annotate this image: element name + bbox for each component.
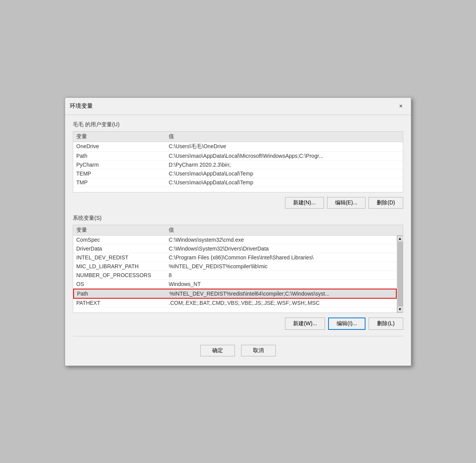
sys-row-var: ComSpec [76, 237, 169, 243]
user-row-path[interactable]: Path C:\Users\mao\AppData\Local\Microsof… [73, 152, 403, 160]
ok-button[interactable]: 确定 [200, 345, 235, 356]
sys-row-var: PATHEXT [76, 300, 169, 306]
user-row-val: C:\Users\mao\AppData\Local\Temp [169, 170, 400, 177]
sys-row-var: NUMBER_OF_PROCESSORS [76, 272, 169, 278]
user-edit-button[interactable]: 编辑(E)... [327, 197, 365, 209]
user-variables-table: 变量 值 OneDrive C:\Users\毛毛\OneDrive Path … [73, 131, 403, 192]
environment-variables-dialog: 环境变量 × 毛毛 的用户变量(U) 变量 值 OneDrive C:\User… [65, 97, 411, 366]
sys-row-val: %INTEL_DEV_REDIST%redist\intel64\compile… [169, 291, 393, 297]
user-row-var: Path [76, 153, 169, 159]
user-buttons-row: 新建(N)... 编辑(E)... 删除(D) [73, 197, 403, 209]
sys-delete-button[interactable]: 删除(L) [369, 318, 403, 330]
user-row-var: OneDrive [76, 143, 169, 150]
user-row-pycharm[interactable]: PyCharm D:\PyCharm 2020.2.3\bin; [73, 160, 403, 169]
user-section-label: 毛毛 的用户变量(U) [73, 121, 403, 128]
user-row-var: TMP [76, 179, 169, 186]
sys-row-val: .COM;.EXE;.BAT;.CMD;.VBS;.VBE;.JS;.JSE;.… [169, 300, 394, 306]
dialog-body: 毛毛 的用户变量(U) 变量 值 OneDrive C:\Users\毛毛\On… [65, 115, 411, 366]
user-row-val: C:\Users\mao\AppData\Local\Temp [169, 179, 400, 186]
user-row-var: PyCharm [76, 162, 169, 168]
sys-row-pathext[interactable]: PATHEXT .COM;.EXE;.BAT;.CMD;.VBS;.VBE;.J… [73, 299, 397, 308]
cancel-button[interactable]: 取消 [241, 345, 276, 356]
user-row-var: TEMP [76, 170, 169, 177]
user-row-val: D:\PyCharm 2020.2.3\bin; [169, 162, 400, 168]
sys-row-val: C:\Windows\system32\cmd.exe [169, 237, 394, 243]
sys-row-var: DriverData [76, 246, 169, 252]
sys-row-os[interactable]: OS Windows_NT [73, 280, 397, 289]
separator [73, 336, 403, 336]
sys-row-driverdata[interactable]: DriverData C:\Windows\System32\Drivers\D… [73, 244, 397, 253]
sys-row-num-processors[interactable]: NUMBER_OF_PROCESSORS 8 [73, 271, 397, 280]
scrollbar-down-button[interactable]: ▼ [397, 306, 403, 313]
user-row-val: C:\Users\mao\AppData\Local\Microsoft\Win… [169, 153, 400, 159]
sys-row-var: MIC_LD_LIBRARY_PATH [76, 263, 169, 269]
scrollbar-thumb[interactable] [397, 242, 403, 306]
user-delete-button[interactable]: 删除(D) [369, 197, 403, 209]
user-table-header: 变量 值 [73, 132, 403, 142]
sys-row-val: 8 [169, 272, 394, 278]
scrollbar-up-button[interactable]: ▲ [397, 236, 403, 242]
sys-buttons-row: 新建(W)... 编辑(I)... 删除(L) [73, 318, 403, 330]
title-bar: 环境变量 × [65, 98, 411, 115]
sys-row-path[interactable]: Path %INTEL_DEV_REDIST%redist\intel64\co… [73, 289, 397, 299]
user-row-onedrive[interactable]: OneDrive C:\Users\毛毛\OneDrive [73, 142, 403, 152]
close-button[interactable]: × [396, 101, 406, 112]
sys-row-mic-ld[interactable]: MIC_LD_LIBRARY_PATH %INTEL_DEV_REDIST%co… [73, 262, 397, 271]
sys-row-val: C:\Program Files (x86)\Common Files\Inte… [169, 254, 394, 261]
sys-row-comspec[interactable]: ComSpec C:\Windows\system32\cmd.exe [73, 236, 397, 244]
user-row-val: C:\Users\毛毛\OneDrive [169, 143, 400, 150]
user-new-button[interactable]: 新建(N)... [285, 197, 324, 209]
sys-row-var: OS [76, 281, 169, 287]
sys-row-intel-dev-redist[interactable]: INTEL_DEV_REDIST C:\Program Files (x86)\… [73, 253, 397, 262]
user-row-temp[interactable]: TEMP C:\Users\mao\AppData\Local\Temp [73, 169, 403, 178]
sys-scrollbar[interactable]: ▲ ▼ [397, 236, 403, 313]
user-row-tmp[interactable]: TMP C:\Users\mao\AppData\Local\Temp [73, 178, 403, 187]
sys-header-val: 值 [169, 227, 400, 234]
footer-buttons: 确定 取消 [73, 341, 403, 359]
sys-table-header: 变量 值 [73, 225, 403, 236]
sys-row-val: Windows_NT [169, 281, 394, 287]
sys-row-var: INTEL_DEV_REDIST [76, 254, 169, 261]
user-table-body: OneDrive C:\Users\毛毛\OneDrive Path C:\Us… [73, 142, 403, 192]
sys-edit-button[interactable]: 编辑(I)... [328, 318, 365, 330]
system-section-label: 系统变量(S) [73, 215, 403, 222]
user-header-val: 值 [169, 133, 400, 140]
sys-table-body: ComSpec C:\Windows\system32\cmd.exe Driv… [73, 236, 403, 313]
dialog-title: 环境变量 [70, 102, 93, 110]
sys-header-var: 变量 [76, 227, 169, 234]
user-header-var: 变量 [76, 133, 169, 140]
sys-row-val: C:\Windows\System32\Drivers\DriverData [169, 246, 394, 252]
sys-row-val: %INTEL_DEV_REDIST%compiler\lib\mic [169, 263, 394, 269]
sys-new-button[interactable]: 新建(W)... [285, 318, 325, 330]
sys-row-var: Path [77, 291, 169, 297]
system-variables-table: 变量 值 ComSpec C:\Windows\system32\cmd.exe… [73, 225, 403, 313]
